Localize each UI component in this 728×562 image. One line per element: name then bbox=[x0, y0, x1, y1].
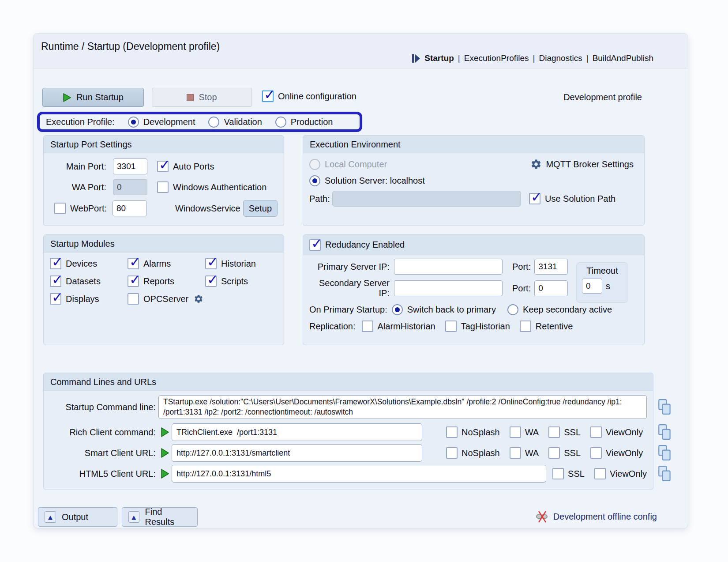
primary-server-ip-input[interactable] bbox=[394, 259, 503, 275]
ssl-label: SSL bbox=[564, 448, 581, 458]
execution-profile-group: Execution Profile: Development Validatio… bbox=[37, 112, 362, 132]
rich-client-input[interactable]: TRichClient.exe /port1:3131 bbox=[172, 423, 422, 441]
smart-nosplash-checkbox[interactable]: NoSplash bbox=[446, 447, 500, 459]
copy-icon[interactable] bbox=[657, 445, 672, 461]
module-displays-checkbox[interactable]: Displays bbox=[50, 293, 128, 305]
find-results-button[interactable]: ▲ Find Results bbox=[122, 507, 198, 527]
rich-wa-checkbox[interactable]: WA bbox=[510, 426, 539, 438]
checkbox-icon bbox=[50, 275, 61, 287]
webport-checkbox[interactable]: WebPort: bbox=[54, 203, 107, 214]
replication-alarmhistorian-checkbox[interactable]: AlarmHistorian bbox=[362, 321, 435, 332]
html5-viewonly-checkbox[interactable]: ViewOnly bbox=[594, 468, 647, 479]
tab-diagnostics[interactable]: Diagnostics bbox=[539, 53, 582, 63]
auto-ports-checkbox[interactable]: Auto Ports bbox=[157, 161, 214, 172]
checkbox-icon bbox=[157, 161, 169, 172]
smart-client-label: Smart Client URL: bbox=[50, 448, 156, 458]
offline-config-status[interactable]: Development offline config bbox=[536, 509, 657, 524]
breadcrumb-separator: | bbox=[586, 53, 589, 63]
radio-switch-back-to-primary[interactable]: Switch back to primary bbox=[392, 304, 496, 315]
checkbox-icon bbox=[54, 203, 66, 214]
redundancy-enabled-label: Redudancy Enabled bbox=[325, 240, 405, 250]
html5-ssl-checkbox[interactable]: SSL bbox=[552, 468, 585, 479]
copy-icon[interactable] bbox=[657, 424, 672, 441]
copy-icon[interactable] bbox=[657, 399, 672, 415]
checkbox-icon bbox=[50, 258, 61, 269]
startup-command-input[interactable]: TStartup.exe /solution:"C:\Users\User\Do… bbox=[158, 395, 647, 419]
opcserver-gear-icon[interactable] bbox=[194, 294, 203, 304]
rich-nosplash-checkbox[interactable]: NoSplash bbox=[446, 426, 500, 438]
radio-development[interactable]: Development bbox=[128, 117, 195, 128]
run-html5-client-icon[interactable] bbox=[158, 468, 172, 479]
wa-port-input bbox=[113, 179, 147, 195]
viewonly-label: ViewOnly bbox=[606, 427, 643, 438]
radio-solution-server[interactable]: Solution Server: localhost bbox=[309, 175, 425, 186]
smart-viewonly-checkbox[interactable]: ViewOnly bbox=[590, 447, 643, 459]
checkbox-icon bbox=[552, 468, 564, 479]
viewonly-label: ViewOnly bbox=[610, 469, 647, 479]
secondary-port-input[interactable] bbox=[534, 280, 568, 296]
wa-port-label: WA Port: bbox=[50, 182, 106, 192]
webport-input[interactable] bbox=[113, 200, 147, 216]
module-devices-checkbox[interactable]: Devices bbox=[50, 258, 128, 269]
secondary-server-ip-input[interactable] bbox=[394, 280, 503, 296]
runtime-startup-window: Runtime / Startup (Development profile) … bbox=[33, 33, 688, 528]
execution-environment-panel: Execution Environment Local Computer MQT… bbox=[303, 135, 645, 226]
path-label: Path: bbox=[309, 194, 332, 204]
module-historian-checkbox[interactable]: Historian bbox=[205, 258, 278, 269]
windows-service-setup-button[interactable]: Setup bbox=[243, 200, 278, 217]
rich-viewonly-checkbox[interactable]: ViewOnly bbox=[590, 426, 643, 438]
smart-client-input[interactable]: http://127.0.0.1:3131/smartclient bbox=[172, 444, 422, 462]
module-datasets-checkbox[interactable]: Datasets bbox=[50, 275, 128, 287]
output-button[interactable]: ▲ Output bbox=[38, 507, 117, 527]
radio-icon bbox=[128, 117, 139, 128]
taghistorian-label: TagHistorian bbox=[461, 321, 510, 332]
redundancy-enabled-checkbox[interactable]: Redudancy Enabled bbox=[309, 239, 405, 251]
smart-wa-checkbox[interactable]: WA bbox=[510, 447, 539, 459]
wa-label: WA bbox=[525, 448, 539, 458]
startup-command-label: Startup Command line: bbox=[50, 402, 156, 412]
run-rich-client-icon[interactable] bbox=[158, 427, 172, 438]
html5-client-label: HTML5 Client URL: bbox=[50, 469, 156, 479]
main-port-input[interactable] bbox=[113, 158, 147, 174]
timeout-input[interactable] bbox=[582, 279, 602, 294]
alarmhistorian-label: AlarmHistorian bbox=[378, 321, 435, 332]
radio-validation[interactable]: Validation bbox=[208, 117, 262, 128]
checkbox-icon bbox=[128, 258, 139, 269]
smart-ssl-checkbox[interactable]: SSL bbox=[548, 447, 581, 459]
stop-button[interactable]: Stop bbox=[152, 88, 252, 107]
run-startup-button[interactable]: Run Startup bbox=[42, 88, 144, 107]
checkbox-icon bbox=[590, 426, 602, 438]
tab-execution-profiles[interactable]: ExecutionProfiles bbox=[464, 53, 529, 63]
mqtt-broker-settings-button[interactable]: MQTT Broker Settings bbox=[530, 158, 634, 170]
replication-taghistorian-checkbox[interactable]: TagHistorian bbox=[445, 321, 510, 332]
windows-authentication-checkbox[interactable]: Windows Authentication bbox=[157, 181, 266, 193]
use-solution-path-label: Use Solution Path bbox=[545, 194, 615, 204]
breadcrumb-separator: | bbox=[533, 53, 535, 63]
module-alarms-checkbox[interactable]: Alarms bbox=[128, 258, 205, 269]
checkbox-icon bbox=[445, 321, 457, 332]
disconnected-link-icon bbox=[536, 509, 549, 524]
replication-retentive-checkbox[interactable]: Retentive bbox=[520, 321, 573, 332]
module-opcserver-checkbox[interactable]: OPCServer bbox=[128, 293, 205, 305]
breadcrumb: Startup | ExecutionProfiles | Diagnostic… bbox=[412, 53, 653, 63]
checkbox-icon bbox=[205, 275, 217, 287]
use-solution-path-checkbox[interactable]: Use Solution Path bbox=[529, 193, 615, 204]
rich-ssl-checkbox[interactable]: SSL bbox=[548, 426, 581, 438]
module-reports-label: Reports bbox=[143, 276, 174, 287]
primary-port-input[interactable] bbox=[534, 259, 568, 275]
radio-keep-secondary-active[interactable]: Keep secondary active bbox=[507, 304, 612, 315]
module-reports-checkbox[interactable]: Reports bbox=[128, 275, 205, 287]
command-lines-title: Command Lines and URLs bbox=[44, 373, 653, 391]
copy-icon[interactable] bbox=[657, 465, 672, 482]
tab-startup[interactable]: Startup bbox=[424, 53, 454, 63]
checkbox-icon bbox=[446, 447, 458, 459]
html5-client-input[interactable]: http://127.0.0.1:3131/html5 bbox=[172, 465, 546, 483]
play-icon bbox=[63, 93, 71, 102]
radio-production[interactable]: Production bbox=[275, 117, 333, 128]
run-smart-client-icon[interactable] bbox=[158, 448, 172, 458]
online-configuration-checkbox[interactable]: Online configuration bbox=[262, 91, 356, 102]
checkbox-icon bbox=[520, 321, 531, 332]
tab-build-and-publish[interactable]: BuildAndPublish bbox=[593, 53, 653, 63]
module-scripts-checkbox[interactable]: Scripts bbox=[205, 275, 278, 287]
secondary-port-label: Port: bbox=[512, 283, 531, 294]
